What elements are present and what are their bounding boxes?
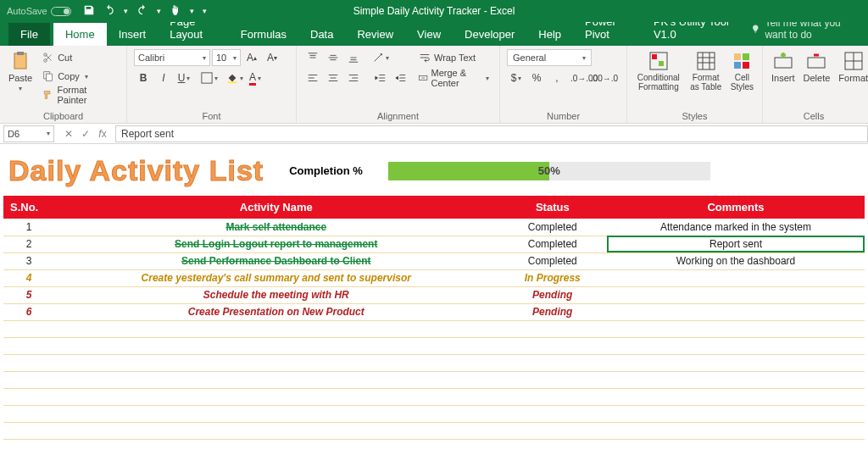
save-icon[interactable] [83,4,95,19]
cell-sno[interactable]: 4 [3,269,54,286]
cell-empty[interactable] [54,422,498,439]
border-button[interactable] [200,69,219,86]
table-row[interactable]: 5Schedule the meeting with HRPending [3,286,865,303]
align-middle-button[interactable] [324,49,342,66]
cell-empty[interactable] [607,422,865,439]
tab-review[interactable]: Review [345,23,405,46]
cell-empty[interactable] [607,388,865,405]
cell-status[interactable]: Pending [498,303,607,320]
cell-empty[interactable] [54,371,498,388]
cell-sno[interactable]: 5 [3,286,54,303]
cell-empty[interactable] [498,337,607,354]
align-left-button[interactable] [303,69,322,86]
insert-cells-button[interactable]: Insert [770,49,797,85]
undo-dropdown-icon[interactable]: ▾ [124,7,128,15]
font-color-button[interactable]: A [246,69,264,86]
worksheet[interactable]: Daily Activity List Completion % 50% S.N… [0,144,868,440]
table-row-empty[interactable] [3,371,865,388]
cut-button[interactable]: Cut [39,49,120,66]
copy-button[interactable]: Copy [39,68,120,85]
cell-comments[interactable]: Attendance marked in the system [607,219,865,236]
cell-status[interactable]: In Progress [498,269,607,286]
table-row-empty[interactable] [3,422,865,439]
decrease-decimal-button[interactable]: .00→.0 [595,69,614,86]
cell-empty[interactable] [3,371,54,388]
cell-activity[interactable]: Send Performance Dashboard to Client [54,252,498,269]
table-row[interactable]: 4Create yesterday's call summary and sen… [3,269,865,286]
fill-color-button[interactable] [225,69,244,86]
percent-format-button[interactable]: % [527,69,546,86]
align-right-button[interactable] [344,69,363,86]
cell-empty[interactable] [3,354,54,371]
table-row-empty[interactable] [3,354,865,371]
cell-status[interactable]: Completed [498,252,607,269]
cell-comments[interactable]: Report sent [607,236,865,252]
tab-view[interactable]: View [405,23,453,46]
increase-indent-button[interactable] [392,69,410,86]
format-painter-button[interactable]: Format Painter [39,86,120,103]
cell-empty[interactable] [498,320,607,337]
table-row[interactable]: 2Send Login Logout report to managementC… [3,236,865,252]
redo-dropdown-icon[interactable]: ▾ [157,7,161,15]
cell-empty[interactable] [498,405,607,422]
qat-customize-icon[interactable]: ▾ [203,7,207,15]
cell-empty[interactable] [3,337,54,354]
cell-activity[interactable]: Create Presentation on New Product [54,303,498,320]
cell-sno[interactable]: 3 [3,252,54,269]
tab-home[interactable]: Home [53,23,107,46]
cell-empty[interactable] [498,422,607,439]
cell-empty[interactable] [54,337,498,354]
tab-developer[interactable]: Developer [453,23,526,46]
touch-dropdown-icon[interactable]: ▾ [190,7,194,15]
cancel-formula-icon[interactable]: ✕ [61,128,76,140]
align-center-button[interactable] [324,69,342,86]
cell-sno[interactable]: 1 [3,219,54,236]
autosave-toggle[interactable]: AutoSave [0,6,78,16]
cell-status[interactable]: Completed [498,219,607,236]
accounting-format-button[interactable]: $ [507,69,526,86]
cell-sno[interactable]: 6 [3,303,54,320]
tab-formulas[interactable]: Formulas [229,23,298,46]
italic-button[interactable]: I [154,69,173,86]
tab-insert[interactable]: Insert [107,23,159,46]
tab-data[interactable]: Data [298,23,345,46]
cell-empty[interactable] [54,320,498,337]
tab-help[interactable]: Help [526,23,573,46]
cell-empty[interactable] [54,405,498,422]
cell-empty[interactable] [3,422,54,439]
merge-center-button[interactable]: Merge & Center [415,69,492,86]
cell-empty[interactable] [498,388,607,405]
underline-button[interactable]: U [175,69,193,86]
cell-empty[interactable] [498,371,607,388]
formula-input[interactable]: Report sent [115,125,868,142]
table-row-empty[interactable] [3,337,865,354]
cell-activity[interactable]: Mark self attendance [54,219,498,236]
cell-comments[interactable] [607,286,865,303]
cell-empty[interactable] [54,354,498,371]
tab-file[interactable]: File [8,23,50,46]
align-top-button[interactable] [303,49,322,66]
cell-styles-button[interactable]: Cell Styles [729,49,755,93]
decrease-indent-button[interactable] [371,69,390,86]
undo-icon[interactable] [103,4,115,19]
table-row-empty[interactable] [3,320,865,337]
conditional-formatting-button[interactable]: Conditional Formatting [634,49,683,93]
redo-icon[interactable] [136,4,148,19]
table-row[interactable]: 1Mark self attendanceCompletedAttendance… [3,219,865,236]
orientation-button[interactable] [371,49,390,66]
cell-status[interactable]: Pending [498,286,607,303]
cell-empty[interactable] [3,320,54,337]
cell-empty[interactable] [3,388,54,405]
cell-empty[interactable] [498,354,607,371]
cell-sno[interactable]: 2 [3,236,54,252]
cell-empty[interactable] [607,405,865,422]
table-row[interactable]: 6Create Presentation on New ProductPendi… [3,303,865,320]
paste-button[interactable]: Paste ▾ [7,49,34,94]
bold-button[interactable]: B [134,69,153,86]
font-size-select[interactable]: 10▾ [212,49,241,66]
cell-status[interactable]: Completed [498,236,607,252]
cell-activity[interactable]: Send Login Logout report to management [54,236,498,252]
wrap-text-button[interactable]: Wrap Text [415,49,492,66]
cell-comments[interactable] [607,303,865,320]
table-row[interactable]: 3Send Performance Dashboard to ClientCom… [3,252,865,269]
